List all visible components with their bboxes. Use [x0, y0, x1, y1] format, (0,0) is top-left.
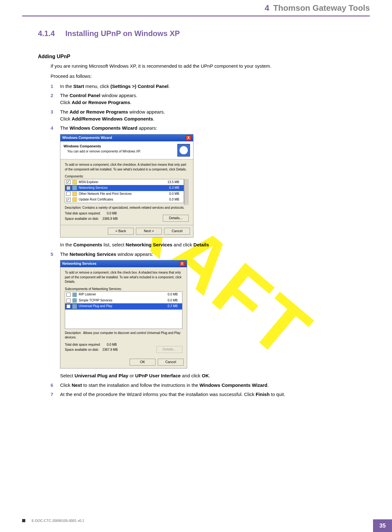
step-num: 2 [51, 92, 53, 99]
checkbox-icon[interactable] [66, 192, 70, 196]
back-button[interactable]: < Back [108, 228, 134, 235]
step-num: 7 [51, 391, 53, 398]
page-number: 35 [373, 519, 392, 532]
checkbox-icon[interactable] [66, 180, 70, 184]
checkbox-icon[interactable] [66, 299, 70, 303]
folder-icon [72, 197, 77, 202]
wizard-head-title: Windows Components [64, 144, 101, 148]
step-2: 2 The Control Panel window appears. Clic… [51, 92, 345, 106]
step-num: 6 [51, 382, 53, 389]
service-icon [72, 293, 77, 297]
components-label: Components: [65, 174, 189, 179]
folder-icon [72, 180, 77, 184]
components-list[interactable]: MSN Explorer13.5 MB Networking Services0… [65, 179, 184, 203]
footer-mark-icon [22, 519, 25, 522]
wizard-header-icon [177, 144, 190, 157]
ok-button[interactable]: OK [130, 359, 156, 366]
wizard-dialog: Windows Components Wizard X Windows Comp… [60, 134, 193, 238]
titlebar: Networking Services X [60, 260, 187, 267]
step-4: 4 The Windows Components Wizard appears:… [51, 125, 345, 248]
close-icon[interactable]: X [179, 261, 185, 266]
checkbox-icon[interactable] [66, 198, 70, 202]
section-title-text: Installing UPnP on Windows XP [65, 29, 180, 38]
step-num: 3 [51, 108, 53, 115]
networking-dialog: Networking Services X To add or remove a… [60, 260, 187, 368]
checkbox-icon[interactable] [66, 293, 70, 297]
page-footer: E-DOC-CTC-20090105-0001 v0.1 [22, 519, 392, 523]
chapter-title: Thomson Gateway Tools [273, 3, 370, 13]
chapter-number: 4 [265, 3, 269, 13]
dialog-desc: To add or remove a component, click the … [65, 270, 182, 284]
step-num: 1 [51, 83, 53, 90]
step-5: 5 The Networking Services window appears… [51, 251, 345, 379]
wizard-head-sub: You can add or remove components of Wind… [64, 149, 141, 154]
checkbox-icon[interactable] [66, 186, 70, 190]
page-header: 4 Thomson Gateway Tools [22, 0, 370, 16]
checkbox-icon[interactable] [66, 304, 70, 308]
scrollbar[interactable] [184, 179, 189, 205]
step-3: 3 The Add or Remove Programs window appe… [51, 108, 345, 122]
step-1: 1 In the Start menu, click (Settings >) … [51, 83, 345, 90]
details-button: Details... [156, 346, 182, 353]
step-6: 6 Click Next to start the installation a… [51, 382, 345, 389]
cancel-button[interactable]: Cancel [158, 359, 184, 366]
service-icon [72, 304, 77, 309]
wizard-desc: To add or remove a component, click the … [65, 163, 189, 172]
details-button[interactable]: Details... [163, 215, 189, 222]
folder-icon [72, 186, 77, 190]
section-number: 4.1.4 [38, 29, 63, 38]
step-7: 7 At the end of the procedure the Wizard… [51, 391, 345, 398]
intro-p1: If you are running Microsoft Windows XP,… [51, 63, 345, 70]
dialog-title: Windows Components Wizard [62, 135, 112, 140]
subcomponents-label: Subcomponents of Networking Services: [65, 287, 182, 292]
dialog-title: Networking Services [62, 261, 96, 266]
intro-p2: Proceed as follows: [51, 73, 345, 80]
subheading: Adding UPnP [38, 54, 370, 59]
footer-doc-id: E-DOC-CTC-20090105-0001 v0.1 [32, 519, 84, 523]
folder-icon [72, 192, 77, 196]
service-icon [72, 298, 77, 303]
titlebar: Windows Components Wizard X [60, 134, 193, 141]
step-num: 5 [51, 251, 53, 258]
step-num: 4 [51, 125, 53, 132]
cancel-button[interactable]: Cancel [164, 228, 190, 235]
next-button[interactable]: Next > [136, 228, 162, 235]
close-icon[interactable]: X [186, 135, 191, 140]
subcomponents-list[interactable]: RIP Listener0.0 MB Simple TCP/IP Service… [65, 291, 182, 310]
section-heading: 4.1.4 Installing UPnP on Windows XP [38, 29, 370, 38]
